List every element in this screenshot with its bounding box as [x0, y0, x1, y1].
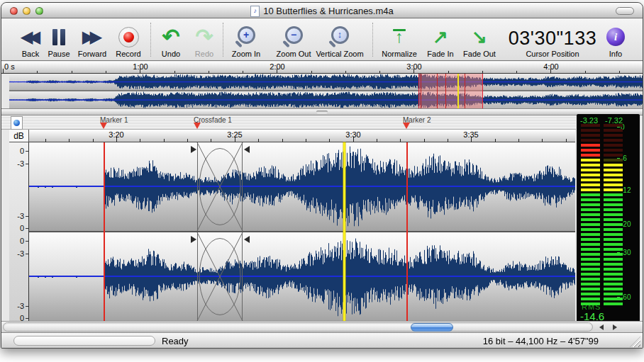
crossfade-right-handle-icon[interactable]: [244, 236, 250, 243]
pause-icon: [52, 24, 65, 50]
overview-waveform[interactable]: [9, 74, 643, 108]
ruler-minor-tick: [282, 139, 283, 142]
ruler-minor-tick: [45, 139, 46, 142]
meter-led-segment: [581, 268, 600, 271]
meter-led-segment: [604, 298, 623, 300]
screenshot-stage: ♪ 10 Butterflies & Hurricanes.m4a ◀◀ Bac…: [0, 0, 644, 362]
meter-led-segment: [581, 228, 600, 231]
pane-splitter[interactable]: [1, 108, 643, 115]
meter-led-segment: [581, 283, 600, 285]
marker-triangle-icon[interactable]: [100, 123, 107, 129]
zoom-in-button[interactable]: + Zoom In: [227, 21, 265, 59]
meter-led-segment: [581, 278, 600, 281]
redo-button[interactable]: ↷ Redo: [188, 21, 221, 59]
audio-file-icon: ♪: [250, 6, 260, 17]
vertical-zoom-button[interactable]: ↕ Vertical Zoom: [311, 21, 368, 59]
meter-led-segment: [604, 218, 623, 221]
meter-led-segment: [604, 238, 623, 241]
scroll-right-arrow-icon[interactable]: [609, 323, 621, 332]
meter-led-segment: [604, 144, 623, 147]
toolbar-separator: [223, 23, 223, 57]
ruler-minor-tick: [448, 139, 448, 142]
meter-led-segment: [581, 198, 600, 201]
meter-led-segment: [581, 124, 600, 127]
record-button[interactable]: Record: [109, 21, 148, 59]
normalize-button[interactable]: ↑ Normalize: [376, 21, 423, 59]
ruler-minor-tick: [424, 139, 425, 142]
meter-led-segment: [604, 198, 623, 201]
level-meter: -3.23 -7.32 RMS -14.6 0-6-12-20-30-60: [577, 114, 640, 323]
undo-icon: ↶: [162, 24, 179, 50]
meter-led-segment: [604, 293, 623, 295]
meter-led-segment: [581, 298, 600, 300]
document-icon[interactable]: [11, 116, 23, 130]
waveform-channel-right[interactable]: [29, 232, 575, 321]
meter-led-segment: [581, 273, 600, 276]
meter-led-segment: [604, 179, 623, 181]
meter-led-segment: [604, 253, 623, 256]
crossfade-right-handle-icon[interactable]: [244, 146, 250, 153]
marker-triangle-icon[interactable]: [194, 123, 201, 129]
overview-timeline-ruler[interactable]: 0 s1:002:003:004:00: [1, 62, 643, 74]
resize-grip[interactable]: [630, 336, 640, 347]
forward-button[interactable]: ▶▶ Forward: [71, 21, 113, 59]
overview-waveform-left[interactable]: [9, 74, 643, 90]
db-scale-label: -3: [17, 249, 24, 258]
main-timeline-ruler[interactable]: 3:203:253:303:35: [29, 130, 575, 142]
fast-forward-icon: ▶▶: [82, 23, 102, 50]
ruler-minor-tick: [400, 139, 401, 142]
crossfade-left-handle-icon[interactable]: [191, 146, 196, 153]
meter-led-segment: [604, 169, 623, 171]
meter-led-segment: [581, 238, 600, 241]
splitter-grip[interactable]: [316, 111, 328, 113]
overview-selection[interactable]: [418, 74, 483, 108]
fade-in-button[interactable]: ↗ Fade In: [423, 21, 457, 59]
marker-bar[interactable]: Marker 1Crossfade 1Marker 2: [1, 115, 576, 130]
ruler-tick-label: 3:30: [339, 130, 367, 139]
scroll-left-arrow-icon[interactable]: [595, 323, 607, 332]
cursor-position-value: 03'30"133: [509, 27, 596, 50]
info-button[interactable]: i Info: [599, 21, 632, 59]
crossfade-left-handle-icon[interactable]: [191, 236, 196, 243]
meter-led-segment: [604, 129, 623, 132]
meter-led-segment: [604, 268, 623, 271]
waveform-canvas-left[interactable]: [29, 142, 575, 231]
crossfade-region[interactable]: [197, 142, 243, 231]
horizontal-scrollbar[interactable]: [1, 321, 643, 332]
meter-led-segment: [604, 188, 623, 191]
meter-led-segment: [604, 124, 623, 127]
ruler-tick-label: 3:20: [102, 130, 131, 139]
waveform-canvas-right[interactable]: [29, 232, 575, 321]
ruler-tick-label: 0 s: [4, 62, 15, 71]
db-unit-label: dB: [9, 130, 29, 142]
ruler-minor-tick: [345, 71, 346, 73]
playback-cursor-line: [457, 74, 459, 108]
ruler-minor-tick: [164, 139, 165, 142]
overview-waveform-right[interactable]: [9, 91, 643, 108]
meter-led-segment: [604, 174, 623, 176]
ruler-minor-tick: [187, 139, 188, 142]
scrollbar-track[interactable]: [3, 322, 593, 332]
meter-led-segment: [581, 193, 600, 196]
ruler-minor-tick: [329, 139, 330, 142]
meter-led-segment: [581, 203, 600, 206]
title-bar[interactable]: ♪ 10 Butterflies & Hurricanes.m4a: [1, 3, 643, 18]
ruler-minor-tick: [619, 71, 620, 73]
fade-out-button[interactable]: ↘ Fade Out: [461, 21, 498, 59]
marker-triangle-icon[interactable]: [403, 123, 410, 129]
meter-led-segment: [581, 243, 600, 246]
waveform-channel-left[interactable]: [29, 142, 575, 231]
ruler-minor-tick: [211, 139, 211, 142]
ruler-minor-tick: [516, 71, 517, 73]
zoom-out-button[interactable]: − Zoom Out: [272, 21, 316, 59]
scrollbar-thumb[interactable]: [411, 323, 453, 332]
undo-button[interactable]: ↶ Undo: [155, 21, 187, 59]
crossfade-region[interactable]: [197, 232, 243, 321]
ruler-minor-tick: [311, 71, 312, 73]
toolbar-toggle-pill[interactable]: [616, 7, 634, 15]
meter-led-segment: [604, 149, 623, 152]
meter-led-segment: [604, 233, 623, 236]
ruler-tick-label: 1:00: [130, 62, 151, 71]
meter-led-segment: [581, 218, 600, 221]
rewind-icon: ◀◀: [21, 23, 40, 50]
